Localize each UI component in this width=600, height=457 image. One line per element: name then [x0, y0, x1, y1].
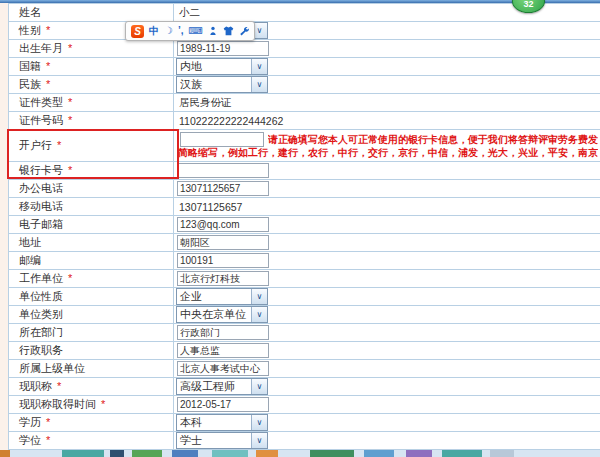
department-input[interactable]	[177, 325, 269, 340]
field-value-cell: 中央在京单位∨	[173, 306, 600, 323]
birth-date-input[interactable]	[177, 41, 269, 56]
education-select[interactable]: 本科∨	[176, 414, 268, 431]
taskbar-item[interactable]	[110, 450, 124, 457]
bank-warning-line1: 请正确填写您本人可正常使用的银行卡信息，便于我们将答辩评审劳务费发放给您。请将开…	[268, 133, 598, 147]
form-row-email: 电子邮箱	[9, 216, 600, 234]
field-label-cell: 出生年月*	[9, 40, 173, 57]
taskbar-item[interactable]	[364, 450, 394, 457]
dropdown-arrow-icon[interactable]: ∨	[251, 433, 267, 448]
current-title-select[interactable]: 高级工程师∨	[176, 378, 268, 395]
field-label: 现职称	[19, 379, 52, 394]
superior-unit-input[interactable]	[177, 361, 269, 376]
required-asterisk: *	[68, 43, 72, 54]
field-label: 姓名	[19, 5, 41, 20]
bank-branch-input[interactable]	[180, 132, 264, 147]
dropdown-arrow-icon[interactable]: ∨	[251, 77, 267, 92]
office-phone-input[interactable]	[177, 181, 269, 196]
selected-value: 企业	[177, 289, 251, 304]
required-asterisk: *	[46, 435, 50, 446]
taskbar-item[interactable]	[310, 450, 354, 457]
field-value-cell: 110222222222444262	[173, 112, 600, 129]
page-left-margin	[0, 3, 8, 450]
selected-value: 内地	[177, 59, 251, 74]
employer-nature-select[interactable]: 企业∨	[176, 288, 268, 305]
field-label-cell: 行政职务	[9, 342, 173, 359]
selected-value: 本科	[177, 415, 251, 430]
email-input[interactable]	[177, 217, 269, 232]
punctuation-icon[interactable]: ’,	[178, 23, 184, 39]
taskbar-item[interactable]	[442, 450, 482, 457]
field-label: 单位性质	[19, 289, 63, 304]
sogou-ime-toolbar[interactable]: S 中 ☽ ’, ⌨	[125, 21, 255, 41]
address-input[interactable]	[177, 235, 269, 250]
field-value-cell: 居民身份证	[173, 94, 600, 111]
dropdown-arrow-icon[interactable]: ∨	[251, 379, 267, 394]
field-label-cell: 证件类型*	[9, 94, 173, 111]
field-label-cell: 现职称*	[9, 378, 173, 395]
chinese-mode-icon[interactable]: 中	[149, 23, 159, 39]
form-row-employer-category: 单位类别中央在京单位∨	[9, 306, 600, 324]
field-label-cell: 国籍*	[9, 58, 173, 75]
field-value-cell: 本科∨	[173, 414, 600, 431]
field-value-cell	[173, 40, 600, 57]
field-label-cell: 学历*	[9, 414, 173, 431]
form-row-address: 地址	[9, 234, 600, 252]
employer-category-select[interactable]: 中央在京单位∨	[176, 306, 268, 323]
taskbar-item[interactable]	[490, 450, 514, 457]
admin-position-input[interactable]	[177, 343, 269, 358]
ethnicity-select[interactable]: 汉族∨	[176, 76, 268, 93]
taskbar-item[interactable]	[62, 450, 104, 457]
field-label-cell: 民族*	[9, 76, 173, 93]
skin-shirt-icon[interactable]	[223, 26, 234, 36]
taskbar-item[interactable]	[212, 450, 248, 457]
dropdown-arrow-icon[interactable]: ∨	[251, 59, 267, 74]
postal-code-input[interactable]	[177, 253, 269, 268]
field-value-cell: 汉族∨	[173, 76, 600, 93]
selected-value: 中央在京单位	[177, 307, 251, 322]
dropdown-arrow-icon[interactable]: ∨	[251, 307, 267, 322]
form-row-birth-date: 出生年月*	[9, 40, 600, 58]
half-width-moon-icon[interactable]: ☽	[164, 23, 173, 39]
field-value-cell	[173, 180, 600, 197]
bank-warning-line2: 简略缩写，例如工行，建行，农行，中行，交行，京行，中信，浦发，光大，兴业，平安，…	[178, 146, 598, 160]
taskbar-item[interactable]	[172, 450, 198, 457]
form-row-degree: 学位*学士∨	[9, 432, 600, 450]
required-asterisk: *	[46, 61, 50, 72]
wrench-icon[interactable]	[239, 26, 249, 36]
field-label: 所在部门	[19, 325, 63, 340]
form-row-gender: 性别*∨	[9, 22, 600, 40]
soft-keyboard-icon[interactable]: ⌨	[189, 23, 203, 39]
field-label: 电子邮箱	[19, 217, 63, 232]
field-value-cell: 13071125657	[173, 198, 600, 215]
field-label-cell: 单位类别	[9, 306, 173, 323]
dropdown-arrow-icon[interactable]: ∨	[251, 289, 267, 304]
taskbar[interactable]	[0, 450, 600, 457]
form-row-postal-code: 邮编	[9, 252, 600, 270]
nationality-select[interactable]: 内地∨	[176, 58, 268, 75]
taskbar-item[interactable]	[0, 450, 10, 457]
field-label: 民族	[19, 77, 41, 92]
selected-value: 学士	[177, 433, 251, 448]
sogou-logo-icon[interactable]: S	[131, 25, 144, 38]
degree-select[interactable]: 学士∨	[176, 432, 268, 449]
figure-icon[interactable]	[208, 26, 218, 36]
title-obtained-date-input[interactable]	[177, 397, 269, 412]
field-label: 邮编	[19, 253, 41, 268]
taskbar-item[interactable]	[256, 450, 278, 457]
field-label-cell: 单位性质	[9, 288, 173, 305]
field-value-cell	[173, 252, 600, 269]
field-label: 单位类别	[19, 307, 63, 322]
required-asterisk: *	[46, 417, 50, 428]
employer-input[interactable]	[177, 271, 269, 286]
field-label-cell: 所在部门	[9, 324, 173, 341]
taskbar-item[interactable]	[132, 450, 162, 457]
field-label: 工作单位	[19, 271, 63, 286]
field-value-cell	[173, 342, 600, 359]
field-label-cell: 现职称取得时间*	[9, 396, 173, 413]
field-value-cell: 内地∨	[173, 58, 600, 75]
field-value-cell	[173, 216, 600, 233]
bank-card-number-input[interactable]	[177, 163, 269, 178]
taskbar-item[interactable]	[406, 450, 432, 457]
form-row-bank-card-number: 银行卡号*	[9, 162, 600, 180]
dropdown-arrow-icon[interactable]: ∨	[251, 415, 267, 430]
